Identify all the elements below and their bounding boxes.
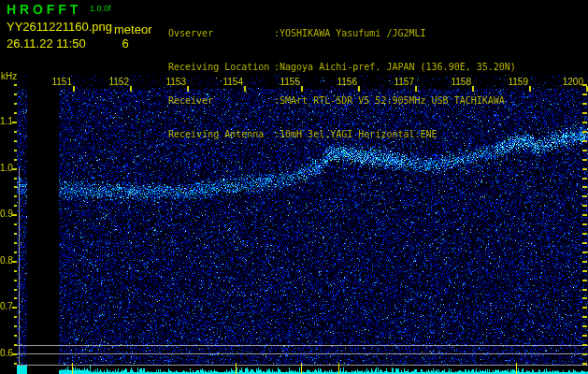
info-value: :Nagoya Aichi-pref. JAPAN (136.90E, 35.2…: [274, 62, 516, 72]
hrofft-window: H R O F F T 1.0.0f YY2611221160.png mete…: [0, 0, 588, 374]
info-label: Receiving Location: [168, 62, 274, 73]
x-tick-label: 1156: [333, 77, 357, 87]
x-tick-label: 1154: [219, 77, 243, 87]
output-filename: YY2611221160.png: [7, 20, 112, 34]
info-row-observer: Ovserver:YOSHIKAWA Yasufumi /JG2MLI: [168, 28, 516, 39]
app-title: H R O F F T: [7, 2, 78, 17]
info-value: :SMArt RTL-SDR V5 52.905MHz USB TACHIKAW…: [274, 95, 505, 106]
x-tick-label: 1153: [162, 77, 186, 87]
y-axis-unit: kHz: [1, 71, 17, 81]
y-tick-label: 0.9: [0, 209, 12, 219]
y-tick-label: 1.0: [0, 163, 12, 173]
x-tick-label: 1157: [390, 77, 414, 87]
info-label: Receiver: [168, 95, 274, 107]
info-row-antenna: Receiving Antenna:10mH 3el.YAGI Horizont…: [168, 129, 516, 140]
info-label: Receiving Antenna: [168, 129, 274, 140]
x-tick-label: 1155: [276, 77, 300, 87]
mode-label: meteor: [114, 22, 151, 36]
info-value: :YOSHIKAWA Yasufumi /JG2MLI: [274, 28, 426, 38]
y-tick-label: 0.6: [0, 348, 12, 358]
x-tick-label: 1159: [504, 77, 528, 87]
y-tick-label: 0.7: [0, 301, 12, 311]
datetime-label: 26.11.22 11:50: [7, 36, 86, 50]
info-row-receiver: Receiver:SMArt RTL-SDR V5 52.905MHz USB …: [168, 95, 516, 107]
app-version: 1.0.0f: [90, 4, 111, 13]
x-tick-label: 1151: [48, 77, 72, 87]
x-tick-label: 1152: [105, 77, 129, 87]
x-tick-label: 1200: [559, 77, 583, 87]
info-value: :10mH 3el.YAGI Horizontal:ENE: [274, 129, 437, 139]
meteor-count: 6: [114, 36, 136, 50]
info-label: Ovserver: [168, 28, 274, 39]
x-tick-label: 1158: [447, 77, 471, 87]
info-row-location: Receiving Location:Nagoya Aichi-pref. JA…: [168, 62, 516, 73]
y-tick-label: 0.8: [0, 255, 12, 266]
y-tick-label: 1.1: [0, 116, 12, 126]
